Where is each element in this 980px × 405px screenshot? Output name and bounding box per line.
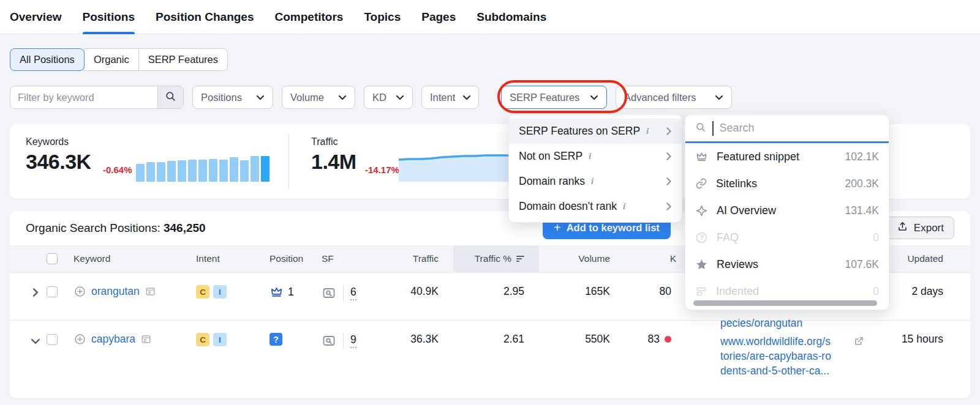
keywords-bar: [251, 156, 259, 182]
keyword-link[interactable]: capybara: [91, 333, 135, 346]
url-cell: www.worldwildlife.org/s tories/are-capyb…: [686, 321, 888, 378]
filter-advanced-dropdown[interactable]: Advanced filters: [616, 86, 732, 109]
header-kd[interactable]: K: [625, 253, 686, 264]
header-keyword[interactable]: Keyword: [74, 253, 196, 264]
filter-intent-dropdown[interactable]: Intent: [421, 86, 479, 109]
view-serp-features[interactable]: SERP Features: [138, 48, 228, 71]
tab-positions[interactable]: Positions: [83, 0, 135, 34]
add-keyword-plus-icon[interactable]: [74, 333, 86, 346]
tab-topics[interactable]: Topics: [364, 0, 401, 34]
keywords-bar: [136, 164, 145, 182]
external-link-icon[interactable]: [853, 335, 865, 351]
people-also-ask-icon[interactable]: ?: [270, 333, 282, 346]
serp-snapshot-icon[interactable]: [322, 286, 336, 300]
table-row: capybara C I ? 9 36.3K 2.61 550K 83 www.…: [10, 320, 970, 398]
export-button[interactable]: Export: [886, 217, 954, 239]
header-checkbox-cell: [47, 253, 74, 264]
filter-serp-features-label: SERP Features: [510, 92, 579, 103]
filter-kd-dropdown[interactable]: KD: [364, 86, 413, 109]
collapse-row-button[interactable]: [24, 321, 47, 348]
tab-pages[interactable]: Pages: [421, 0, 456, 34]
keyword-cell: orangutan: [74, 273, 196, 298]
position-value: 1: [288, 286, 294, 299]
intent-badge-commercial[interactable]: C: [196, 333, 209, 346]
view-all-positions[interactable]: All Positions: [10, 48, 85, 71]
submenu-item-sitelinks[interactable]: Sitelinks 200.3K: [685, 170, 889, 197]
traffic-stat-value: 1.4M: [311, 150, 356, 174]
keyword-search-button[interactable]: [157, 86, 183, 108]
filter-volume-dropdown[interactable]: Volume: [282, 86, 355, 109]
menu-item-domain-ranks[interactable]: Domain ranks i: [509, 169, 682, 194]
stats-divider: [288, 134, 289, 189]
serp-preview-icon[interactable]: [145, 286, 156, 297]
header-updated[interactable]: Updated: [888, 253, 970, 264]
header-intent[interactable]: Intent: [196, 253, 270, 264]
header-traffic[interactable]: Traffic: [386, 253, 453, 264]
submenu-item-count: 0: [873, 231, 879, 244]
keywords-bar: [167, 161, 176, 182]
intent-badge-informational[interactable]: I: [213, 285, 227, 299]
header-sf[interactable]: SF: [322, 253, 386, 264]
keyword-filter-input[interactable]: Filter by keyword: [10, 86, 157, 108]
url-link[interactable]: tories/are-capybaras-ro: [720, 349, 888, 363]
submenu-scrollbar[interactable]: [693, 300, 877, 306]
indented-icon: [695, 285, 707, 297]
info-icon[interactable]: i: [623, 201, 625, 212]
keyword-link[interactable]: orangutan: [91, 285, 140, 298]
keywords-bar: [157, 162, 165, 182]
intent-badge-informational[interactable]: I: [213, 333, 227, 346]
info-icon[interactable]: i: [646, 126, 649, 136]
submenu-item-featured-snippet[interactable]: Featured snippet 102.1K: [685, 143, 889, 170]
traffic-pct-cell: 2.61: [453, 321, 539, 346]
info-icon[interactable]: i: [591, 176, 594, 187]
export-icon: [897, 221, 908, 236]
select-all-checkbox[interactable]: [47, 253, 58, 264]
table-title: Organic Search Positions: 346,250: [26, 221, 206, 235]
kd-value: 80: [660, 285, 671, 298]
submenu-search-row: Search: [685, 115, 889, 143]
sf-count[interactable]: 9: [350, 333, 356, 348]
header-traffic-pct[interactable]: Traffic %: [453, 245, 539, 272]
view-organic[interactable]: Organic: [84, 48, 139, 71]
sf-count[interactable]: 6: [350, 286, 356, 300]
traffic-pct-cell: 2.95: [453, 273, 539, 298]
filter-bar: Filter by keyword Positions Volume KD In…: [10, 86, 980, 109]
chevron-right-icon: [666, 152, 672, 161]
updated-cell: 15 hours: [888, 321, 970, 346]
menu-item-domain-doesnt-rank[interactable]: Domain doesn't rank i: [509, 194, 682, 219]
menu-item-not-on-serp[interactable]: Not on SERP i: [509, 144, 682, 169]
filter-advanced-label: Advanced filters: [624, 92, 696, 103]
submenu-item-reviews[interactable]: Reviews 107.6K: [685, 251, 889, 278]
chevron-down-icon: [462, 95, 471, 100]
chevron-down-icon: [590, 95, 598, 100]
filter-serp-features-dropdown[interactable]: SERP Features: [501, 86, 607, 109]
add-keyword-plus-icon[interactable]: [74, 285, 86, 298]
submenu-item-faq: ? FAQ 0: [685, 224, 889, 251]
featured-snippet-crown-icon[interactable]: [270, 285, 284, 299]
intent-badge-commercial[interactable]: C: [196, 285, 209, 299]
serp-preview-icon[interactable]: [140, 333, 152, 345]
submenu-item-label: AI Overview: [717, 204, 776, 217]
tab-competitors[interactable]: Competitors: [274, 0, 343, 34]
traffic-cell: 40.9K: [386, 273, 453, 298]
filter-positions-dropdown[interactable]: Positions: [192, 86, 273, 109]
header-volume[interactable]: Volume: [539, 253, 625, 264]
row-checkbox[interactable]: [47, 286, 58, 297]
tab-overview[interactable]: Overview: [10, 0, 62, 34]
menu-item-serp-features-on-serp[interactable]: SERP Features on SERP i: [509, 119, 682, 144]
serp-snapshot-icon[interactable]: [322, 333, 336, 348]
kd-cell: 80: [625, 273, 686, 298]
keywords-stat-change: -0.64%: [103, 165, 132, 175]
tab-position-changes[interactable]: Position Changes: [156, 0, 254, 34]
chevron-down-icon: [31, 335, 40, 348]
search-icon: [695, 122, 706, 135]
expand-row-button[interactable]: [24, 273, 47, 300]
sf-divider: [343, 333, 344, 349]
row-checkbox[interactable]: [47, 334, 58, 345]
submenu-search-input[interactable]: Search: [720, 122, 755, 135]
url-link[interactable]: dents-and-5-other-ca...: [720, 363, 888, 378]
submenu-item-ai-overview[interactable]: AI Overview 131.4K: [685, 197, 889, 224]
tab-subdomains[interactable]: Subdomains: [477, 0, 546, 34]
header-position[interactable]: Position: [270, 253, 322, 264]
info-icon[interactable]: i: [589, 151, 591, 162]
